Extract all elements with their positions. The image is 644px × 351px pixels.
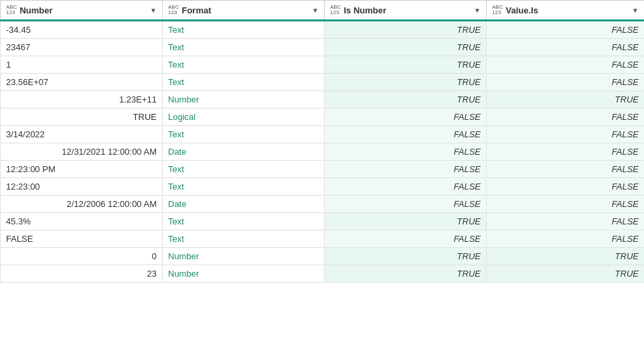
table-row: -34.45TextTRUEFALSE: [1, 21, 645, 39]
cell-number-7: 12/31/2021 12:00:00 AM: [1, 143, 163, 161]
cell-number-8: 12:23:00 PM: [1, 161, 163, 178]
cell-isnumber-1: TRUE: [325, 39, 487, 56]
cell-valueis-14: TRUE: [487, 265, 645, 283]
cell-isnumber-11: TRUE: [325, 213, 487, 230]
cell-isnumber-9: FALSE: [325, 178, 487, 196]
cell-isnumber-7: FALSE: [325, 143, 487, 161]
table-row: 1.23E+11NumberTRUETRUE: [1, 91, 645, 109]
table-row: 45.3%TextTRUEFALSE: [1, 213, 645, 230]
dropdown-arrow-format[interactable]: ▼: [312, 7, 319, 14]
cell-valueis-1: FALSE: [487, 39, 645, 56]
table-row: 23.56E+07TextTRUEFALSE: [1, 74, 645, 91]
cell-format-0: Text: [163, 21, 325, 39]
cell-format-2: Text: [163, 56, 325, 74]
type-icon-valueis: ABC 123: [492, 5, 503, 15]
cell-format-5: Logical: [163, 109, 325, 126]
type-icon-format: ABC 123: [168, 5, 179, 15]
column-label-number: Number: [19, 5, 52, 15]
cell-number-9: 12:23:00: [1, 178, 163, 196]
cell-number-14: 23: [1, 265, 163, 283]
cell-valueis-12: FALSE: [487, 230, 645, 248]
cell-valueis-7: FALSE: [487, 143, 645, 161]
cell-valueis-5: FALSE: [487, 109, 645, 126]
cell-valueis-0: FALSE: [487, 21, 645, 39]
cell-valueis-3: FALSE: [487, 74, 645, 91]
column-header-isnumber[interactable]: ABC 123 Is Number ▼: [325, 1, 487, 21]
cell-number-3: 23.56E+07: [1, 74, 163, 91]
column-label-isnumber: Is Number: [343, 5, 386, 15]
table-row: 0NumberTRUETRUE: [1, 248, 645, 265]
table-row: 1TextTRUEFALSE: [1, 56, 645, 74]
table-row: 12:23:00 PMTextFALSEFALSE: [1, 161, 645, 178]
cell-number-6: 3/14/2022: [1, 126, 163, 143]
cell-isnumber-8: FALSE: [325, 161, 487, 178]
dropdown-arrow-valueis[interactable]: ▼: [632, 7, 639, 14]
type-icon-isnumber: ABC 123: [330, 5, 341, 15]
column-header-number[interactable]: ABC 123 Number ▼: [1, 1, 163, 21]
column-header-format[interactable]: ABC 123 Format ▼: [163, 1, 325, 21]
cell-valueis-9: FALSE: [487, 178, 645, 196]
table-row: 2/12/2006 12:00:00 AMDateFALSEFALSE: [1, 196, 645, 213]
dropdown-arrow-isnumber[interactable]: ▼: [474, 7, 481, 14]
cell-number-10: 2/12/2006 12:00:00 AM: [1, 196, 163, 213]
table-row: TRUELogicalFALSEFALSE: [1, 109, 645, 126]
cell-isnumber-2: TRUE: [325, 56, 487, 74]
cell-number-13: 0: [1, 248, 163, 265]
cell-isnumber-14: TRUE: [325, 265, 487, 283]
cell-isnumber-5: FALSE: [325, 109, 487, 126]
cell-format-10: Date: [163, 196, 325, 213]
cell-format-7: Date: [163, 143, 325, 161]
cell-isnumber-3: TRUE: [325, 74, 487, 91]
cell-format-1: Text: [163, 39, 325, 56]
table-row: 23NumberTRUETRUE: [1, 265, 645, 283]
cell-format-3: Text: [163, 74, 325, 91]
cell-valueis-2: FALSE: [487, 56, 645, 74]
cell-isnumber-0: TRUE: [325, 21, 487, 39]
column-label-valueis: Value.Is: [505, 5, 538, 15]
cell-valueis-4: TRUE: [487, 91, 645, 109]
cell-number-0: -34.45: [1, 21, 163, 39]
cell-format-12: Text: [163, 230, 325, 248]
cell-valueis-10: FALSE: [487, 196, 645, 213]
cell-valueis-13: TRUE: [487, 248, 645, 265]
cell-format-6: Text: [163, 126, 325, 143]
cell-valueis-6: FALSE: [487, 126, 645, 143]
cell-format-4: Number: [163, 91, 325, 109]
cell-number-11: 45.3%: [1, 213, 163, 230]
table-row: 23467TextTRUEFALSE: [1, 39, 645, 56]
cell-number-5: TRUE: [1, 109, 163, 126]
table-row: 12:23:00TextFALSEFALSE: [1, 178, 645, 196]
type-icon-number: ABC 123: [6, 5, 17, 15]
cell-number-1: 23467: [1, 39, 163, 56]
cell-number-4: 1.23E+11: [1, 91, 163, 109]
data-table: ABC 123 Number ▼ ABC 123 Format ▼ ABC: [0, 0, 644, 283]
table-row: 3/14/2022TextFALSEFALSE: [1, 126, 645, 143]
cell-valueis-11: FALSE: [487, 213, 645, 230]
cell-isnumber-4: TRUE: [325, 91, 487, 109]
table-row: 12/31/2021 12:00:00 AMDateFALSEFALSE: [1, 143, 645, 161]
cell-format-11: Text: [163, 213, 325, 230]
cell-isnumber-10: FALSE: [325, 196, 487, 213]
cell-isnumber-13: TRUE: [325, 248, 487, 265]
cell-number-2: 1: [1, 56, 163, 74]
cell-number-12: FALSE: [1, 230, 163, 248]
cell-isnumber-6: FALSE: [325, 126, 487, 143]
cell-format-9: Text: [163, 178, 325, 196]
column-label-format: Format: [181, 5, 211, 15]
column-header-valueis[interactable]: ABC 123 Value.Is ▼: [487, 1, 645, 21]
table-row: FALSETextFALSEFALSE: [1, 230, 645, 248]
cell-valueis-8: FALSE: [487, 161, 645, 178]
cell-isnumber-12: FALSE: [325, 230, 487, 248]
dropdown-arrow-number[interactable]: ▼: [150, 7, 157, 14]
cell-format-13: Number: [163, 248, 325, 265]
cell-format-14: Number: [163, 265, 325, 283]
cell-format-8: Text: [163, 161, 325, 178]
